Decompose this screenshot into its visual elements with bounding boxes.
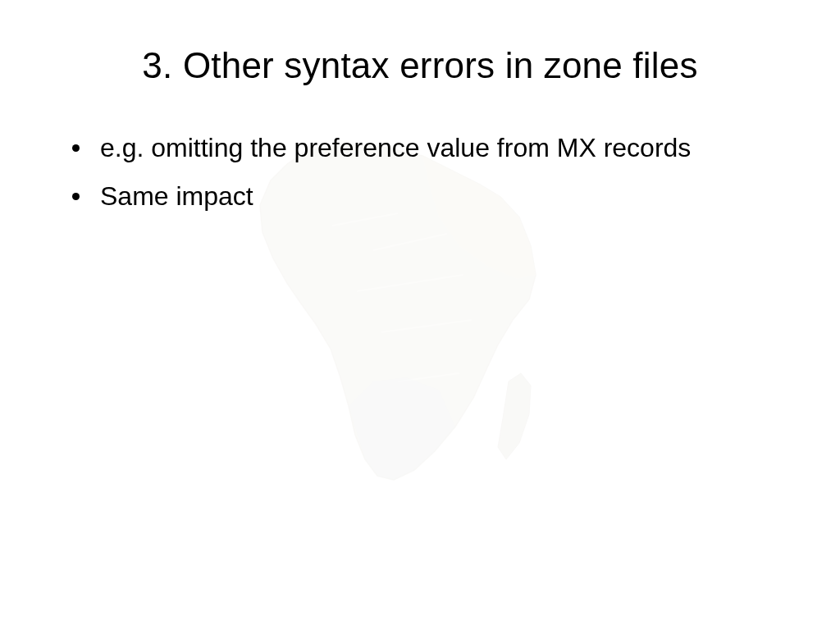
slide: 3. Other syntax errors in zone files e.g…: [0, 0, 840, 630]
slide-title: 3. Other syntax errors in zone files: [57, 45, 783, 86]
bullet-item: Same impact: [97, 180, 783, 213]
bullet-list: e.g. omitting the preference value from …: [57, 131, 783, 213]
bullet-item: e.g. omitting the preference value from …: [97, 131, 783, 165]
